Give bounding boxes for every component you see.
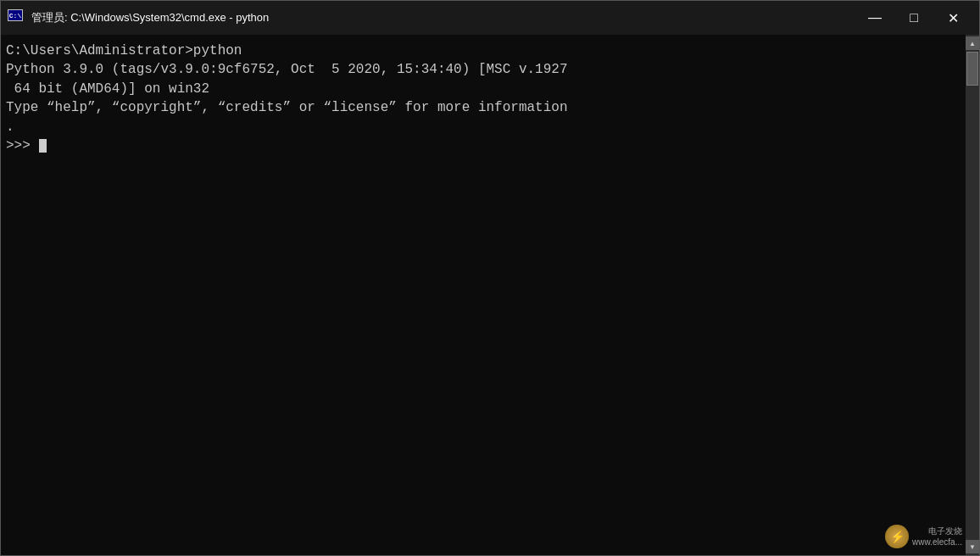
- window-title: 管理员: C:\Windows\System32\cmd.exe - pytho…: [31, 10, 855, 25]
- terminal-prompt[interactable]: >>>: [6, 136, 961, 155]
- window-body: C:\Users\Administrator>python Python 3.9…: [1, 35, 979, 555]
- watermark: ⚡ 电子发烧 www.elecfa...: [885, 525, 962, 548]
- cmd-icon: C:\: [8, 9, 23, 21]
- scroll-down-arrow[interactable]: ▼: [966, 540, 979, 553]
- scrollbar[interactable]: ▲ ▼: [966, 35, 979, 555]
- window-controls: — □ ✕: [855, 1, 972, 35]
- terminal-line-2: Python 3.9.0 (tags/v3.9.0:9cf6752, Oct 5…: [6, 60, 961, 79]
- terminal-line-3: 64 bit (AMD64)] on win32: [6, 80, 961, 98]
- restore-button[interactable]: □: [894, 1, 933, 35]
- terminal-line-4: Type “help”, “copyright”, “credits” or “…: [6, 98, 961, 117]
- close-button[interactable]: ✕: [933, 1, 972, 35]
- watermark-text: 电子发烧 www.elecfa...: [912, 525, 962, 548]
- watermark-line1: 电子发烧: [928, 526, 962, 536]
- scroll-up-arrow[interactable]: ▲: [966, 36, 979, 50]
- prompt-text: >>>: [6, 136, 38, 155]
- close-icon: ✕: [948, 10, 959, 26]
- cmd-window: C:\ 管理员: C:\Windows\System32\cmd.exe - p…: [0, 0, 980, 556]
- title-bar: C:\ 管理员: C:\Windows\System32\cmd.exe - p…: [1, 1, 979, 35]
- minimize-button[interactable]: —: [855, 1, 894, 35]
- watermark-logo: ⚡: [885, 525, 909, 548]
- restore-icon: □: [910, 10, 918, 25]
- terminal-line-1: C:\Users\Administrator>python: [6, 42, 961, 60]
- window-icon: C:\: [8, 9, 25, 26]
- scrollbar-track[interactable]: [966, 50, 979, 540]
- watermark-line2: www.elecfa...: [912, 537, 962, 547]
- terminal-output[interactable]: C:\Users\Administrator>python Python 3.9…: [1, 35, 966, 555]
- scrollbar-thumb[interactable]: [966, 52, 978, 86]
- minimize-icon: —: [868, 10, 882, 25]
- terminal-cursor: [39, 139, 47, 153]
- terminal-line-5: .: [6, 118, 961, 136]
